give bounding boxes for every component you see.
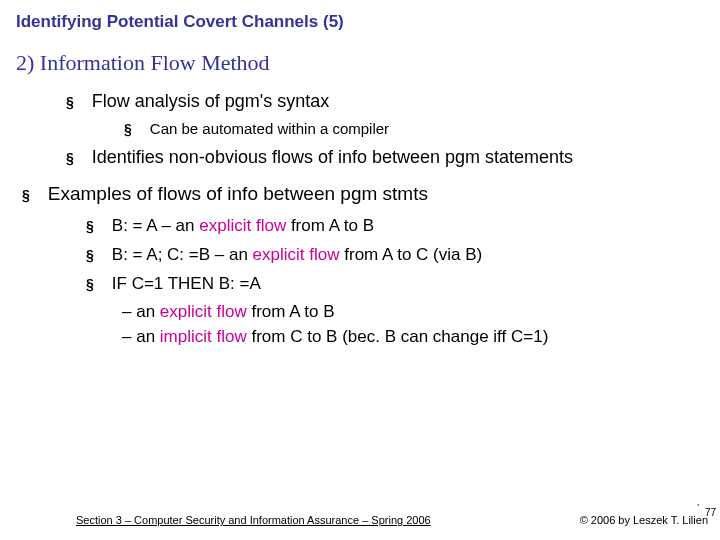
bullet-icon: § <box>86 247 94 263</box>
list-text: Identifies non-obvious flows of info bet… <box>92 146 573 169</box>
bullet-icon: § <box>124 121 132 137</box>
list-text: Can be automated within a compiler <box>150 119 389 139</box>
footer-right: © 2006 by Leszek T. Lilien <box>580 514 708 526</box>
page-number: '77 <box>697 507 716 518</box>
footer: Section 3 – Computer Security and Inform… <box>0 514 720 526</box>
list-text: Flow analysis of pgm's syntax <box>92 90 330 113</box>
footer-left: Section 3 – Computer Security and Inform… <box>76 514 431 526</box>
section-heading: 2) Information Flow Method <box>16 50 704 76</box>
list-item: § B: = A – an explicit flow from A to B <box>16 215 704 238</box>
list-item: § Flow analysis of pgm's syntax <box>16 90 704 113</box>
list-item: § Can be automated within a compiler <box>16 119 704 139</box>
list-item: – an explicit flow from A to B <box>16 301 704 324</box>
list-item: § Examples of flows of info between pgm … <box>16 181 704 207</box>
slide-title: Identifying Potential Covert Channels (5… <box>16 12 704 32</box>
list-item: § IF C=1 THEN B: =A <box>16 273 704 296</box>
list-text: B: = A – an explicit flow from A to B <box>112 215 374 238</box>
bullet-icon: § <box>66 150 74 166</box>
list-text: B: = A; C: =B – an explicit flow from A … <box>112 244 482 267</box>
bullet-icon: § <box>86 276 94 292</box>
list-item: – an implicit flow from C to B (bec. B c… <box>16 326 704 349</box>
list-text: IF C=1 THEN B: =A <box>112 273 261 296</box>
list-text: – an implicit flow from C to B (bec. B c… <box>122 326 548 349</box>
bullet-icon: § <box>86 218 94 234</box>
list-item: § Identifies non-obvious flows of info b… <box>16 146 704 169</box>
bullet-icon: § <box>66 94 74 110</box>
bullet-icon: § <box>22 187 30 203</box>
list-item: § B: = A; C: =B – an explicit flow from … <box>16 244 704 267</box>
list-text: Examples of flows of info between pgm st… <box>48 181 428 207</box>
list-text: – an explicit flow from A to B <box>122 301 335 324</box>
